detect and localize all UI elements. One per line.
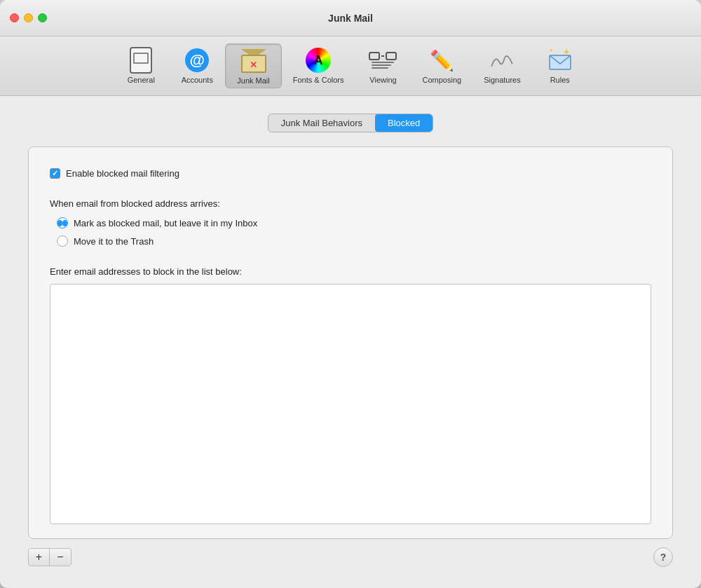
content-area: Junk Mail Behaviors Blocked ✓ Enable blo… [0,96,701,588]
toolbar-label-composing: Composing [422,76,461,84]
maximize-button[interactable] [38,13,47,22]
bottom-bar: + − ? [28,547,673,567]
radio-group: Mark as blocked mail, but leave it in my… [57,217,651,247]
tab-junk-mail-behaviors[interactable]: Junk Mail Behaviors [268,114,375,132]
remove-button[interactable]: − [50,549,71,566]
email-list-label: Enter email addresses to block in the li… [50,266,651,277]
toolbar-item-junkmail[interactable]: ✕ Junk Mail [225,43,281,88]
add-button[interactable]: + [29,549,50,566]
radio-row-trash[interactable]: Move it to the Trash [57,235,651,247]
help-button[interactable]: ? [653,547,673,567]
close-button[interactable] [10,13,19,22]
enable-filter-row: ✓ Enable blocked mail filtering [50,168,651,179]
segmented-control: Junk Mail Behaviors Blocked [268,114,434,132]
radio-trash[interactable] [57,235,68,247]
checkmark-icon: ✓ [52,170,58,177]
toolbar-label-viewing: Viewing [369,76,396,84]
junkmail-icon: ✕ [240,47,268,75]
general-icon [127,46,155,74]
radio-mark[interactable] [57,217,68,228]
toolbar-label-accounts: Accounts [182,76,213,84]
toolbar-item-rules[interactable]: Rules [532,43,588,87]
radio-trash-label: Move it to the Trash [74,236,154,247]
toolbar-label-rules: Rules [550,76,570,84]
window-title: Junk Mail [328,13,373,24]
viewing-icon [369,46,397,74]
toolbar-label-fonts: Fonts & Colors [293,76,344,84]
composing-icon: ✏️ [428,46,456,74]
toolbar-item-accounts[interactable]: @ Accounts [169,43,225,87]
email-list-box[interactable] [50,284,651,524]
blocked-action-label: When email from blocked address arrives: [50,198,651,209]
toolbar-label-general: General [128,76,155,84]
accounts-icon: @ [183,46,211,74]
toolbar-item-signatures[interactable]: Signatures [472,43,532,87]
tab-blocked[interactable]: Blocked [375,114,433,132]
minimize-button[interactable] [24,13,33,22]
settings-panel: ✓ Enable blocked mail filtering When ema… [28,146,673,539]
toolbar-label-junkmail: Junk Mail [237,76,269,85]
add-remove-group: + − [28,548,72,566]
radio-mark-label: Mark as blocked mail, but leave it in my… [74,218,257,228]
toolbar-item-composing[interactable]: ✏️ Composing [411,43,472,87]
radio-row-mark[interactable]: Mark as blocked mail, but leave it in my… [57,217,651,228]
rules-icon [546,46,574,74]
fonts-icon [304,46,332,74]
toolbar: General @ Accounts ✕ Junk Mail Fonts & C [0,36,701,96]
toolbar-item-general[interactable]: General [113,43,169,87]
enable-filter-label: Enable blocked mail filtering [66,168,179,179]
title-bar: Junk Mail [0,0,701,36]
traffic-lights [10,13,47,22]
signatures-icon [488,46,516,74]
enable-filter-checkbox[interactable]: ✓ [50,168,60,179]
toolbar-item-viewing[interactable]: Viewing [355,43,411,87]
app-window: Junk Mail General @ Accounts ✕ Junk [0,0,701,588]
toolbar-label-signatures: Signatures [484,76,521,84]
toolbar-item-fonts[interactable]: Fonts & Colors [282,43,355,87]
